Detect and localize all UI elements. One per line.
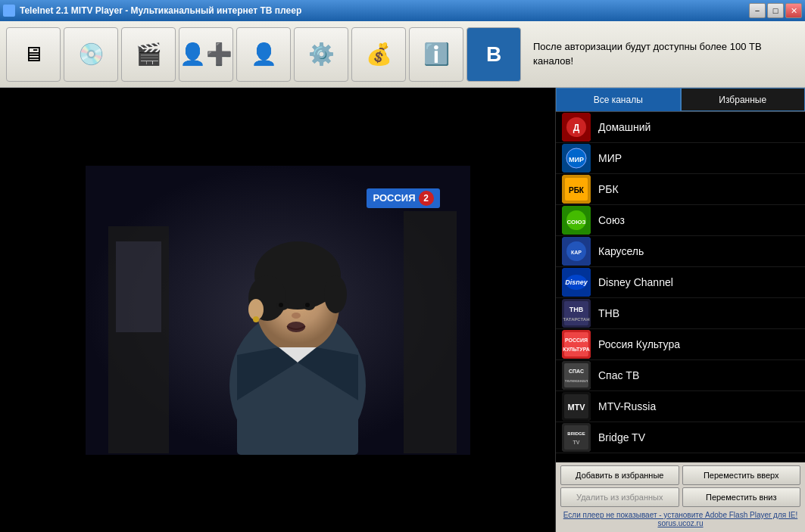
list-item[interactable]: Д Домашний	[556, 112, 805, 143]
channel-name-disney: Disney Channel	[598, 276, 673, 288]
toolbar-video-button[interactable]: 🎬	[121, 27, 176, 82]
channel-name-bridge: Bridge TV	[598, 431, 645, 443]
list-item[interactable]: РБК РБК	[556, 174, 805, 205]
channel-name-rossiya-k: Россия Культура	[598, 338, 680, 350]
toolbar-dvd-button[interactable]: 💿	[64, 27, 118, 82]
svg-point-10	[324, 275, 347, 313]
title-bar-left: TeleInet 2.1 MITV Player - Мультиканальн…	[3, 5, 301, 17]
channel-logo-tnb: ТНВ ТАТАРСТАН	[562, 299, 591, 328]
svg-text:телеканал: телеканал	[565, 378, 588, 383]
toolbar-vk-button[interactable]: В	[466, 27, 521, 82]
main-content: РОССИЯ 2 Все каналы Избранные	[0, 88, 805, 532]
maximize-button[interactable]: □	[767, 3, 784, 18]
list-item[interactable]: СПАС телеканал Спас ТВ	[556, 360, 805, 391]
close-button[interactable]: ✕	[785, 3, 802, 18]
window-title: TeleInet 2.1 MITV Player - Мультиканальн…	[20, 5, 301, 16]
video-svg	[86, 166, 470, 455]
video-icon: 🎬	[136, 44, 162, 65]
move-down-button[interactable]: Переместить вниз	[682, 487, 801, 507]
channel-name-domashny: Домашний	[598, 121, 651, 133]
svg-text:ТАТАРСТАН: ТАТАРСТАН	[563, 317, 590, 322]
svg-rect-43	[564, 332, 588, 356]
bottom-btn-row-1: Добавить в избранные Переместить вверх	[560, 465, 800, 485]
toolbar-settings-button[interactable]: ⚙️	[294, 27, 348, 82]
window-controls: − □ ✕	[749, 3, 802, 18]
channel-name-badge: РОССИЯ	[373, 192, 415, 204]
toolbar-add-user-button[interactable]: 👤➕	[179, 27, 233, 82]
right-panel: Все каналы Избранные Д Домашний	[555, 88, 805, 532]
vk-icon: В	[486, 42, 501, 67]
remove-favorites-button[interactable]: Удалить из избранных	[560, 487, 679, 507]
video-scene: РОССИЯ 2	[86, 166, 470, 455]
channel-logo-soyuz: СОЮЗ	[562, 206, 591, 235]
toolbar: 🖥 💿 🎬 👤➕ 👤 ⚙️ 💰 ℹ️ В После авторизации б…	[0, 21, 805, 88]
payment-icon: 💰	[366, 44, 392, 65]
spas-logo-svg: СПАС телеканал	[562, 361, 591, 390]
channel-name-mtv: MTV-Russia	[598, 400, 656, 412]
channel-name-spas: Спас ТВ	[598, 369, 639, 381]
channel-name-tnb: ТНВ	[598, 307, 619, 319]
rossiya-k-logo-svg: РОССИЯ КУЛЬТУРА	[562, 330, 591, 359]
add-user-icon: 👤➕	[179, 44, 232, 65]
bridge-logo-svg: BRIDGE TV	[562, 423, 591, 452]
karusel-logo-svg: КАР	[562, 237, 591, 266]
list-item[interactable]: МИР МИР	[556, 143, 805, 174]
toolbar-tv-button[interactable]: 🖥	[6, 27, 61, 82]
channel-name-karusel: Карусель	[598, 245, 644, 257]
list-item[interactable]: РОССИЯ КУЛЬТУРА Россия Культура	[556, 329, 805, 360]
mir-logo-svg: МИР	[562, 144, 591, 173]
settings-icon: ⚙️	[308, 44, 335, 65]
minimize-button[interactable]: −	[749, 3, 766, 18]
mtv-logo-svg: MTV	[562, 392, 591, 421]
svg-text:Д: Д	[573, 123, 580, 133]
toolbar-payment-button[interactable]: 💰	[351, 27, 406, 82]
channel-logo-disney: Disney	[562, 268, 591, 297]
app-icon	[3, 5, 15, 17]
channel-name-rbk: РБК	[598, 183, 619, 195]
tv-icon: 🖥	[23, 44, 44, 65]
add-favorites-button[interactable]: Добавить в избранные	[560, 465, 679, 485]
svg-point-15	[292, 313, 301, 319]
channel-logo-domashny: Д	[562, 113, 591, 142]
svg-point-14	[305, 303, 310, 307]
svg-text:TV: TV	[573, 440, 580, 445]
svg-rect-47	[564, 363, 588, 387]
svg-rect-39	[564, 301, 588, 325]
list-item[interactable]: Disney Disney Channel	[556, 267, 805, 298]
svg-text:РБК: РБК	[569, 186, 585, 194]
channel-logo-rossiya-k: РОССИЯ КУЛЬТУРА	[562, 330, 591, 359]
move-up-button[interactable]: Переместить вверх	[682, 465, 801, 485]
channel-number: 2	[419, 191, 434, 206]
svg-text:КАР: КАР	[571, 250, 582, 255]
bottom-btn-row-2: Удалить из избранных Переместить вниз	[560, 487, 800, 507]
disney-logo-svg: Disney	[562, 268, 591, 297]
tab-all-channels[interactable]: Все каналы	[556, 88, 681, 111]
svg-text:Disney: Disney	[565, 278, 588, 286]
domashny-logo-svg: Д	[562, 113, 591, 142]
footer-link[interactable]: Если плеер не показывает - установите Ad…	[560, 509, 800, 529]
rbk-logo-svg: РБК	[562, 175, 591, 204]
soyuz-logo-svg: СОЮЗ	[562, 206, 591, 235]
list-item[interactable]: ТНВ ТАТАРСТАН ТНВ	[556, 298, 805, 329]
tab-favorites[interactable]: Избранные	[681, 88, 806, 111]
info-icon: ℹ️	[423, 44, 450, 65]
tnb-logo-svg: ТНВ ТАТАРСТАН	[562, 299, 591, 328]
list-item[interactable]: СОЮЗ Союз	[556, 205, 805, 236]
channel-badge: РОССИЯ 2	[367, 188, 439, 208]
info-message: После авторизации будут доступны более 1…	[524, 37, 799, 70]
svg-point-12	[279, 303, 283, 307]
toolbar-info-button[interactable]: ℹ️	[409, 27, 463, 82]
dvd-icon: 💿	[78, 44, 105, 65]
title-bar: TeleInet 2.1 MITV Player - Мультиканальн…	[0, 0, 805, 21]
channel-logo-spas: СПАС телеканал	[562, 361, 591, 390]
channel-logo-mtv: MTV	[562, 392, 591, 421]
svg-text:КУЛЬТУРА: КУЛЬТУРА	[563, 347, 590, 352]
channel-logo-bridge: BRIDGE TV	[562, 423, 591, 452]
list-item[interactable]: КАР Карусель	[556, 236, 805, 267]
toolbar-user-button[interactable]: 👤	[236, 27, 291, 82]
list-item[interactable]: MTV MTV-Russia	[556, 391, 805, 422]
video-player[interactable]: РОССИЯ 2	[86, 166, 470, 455]
list-item[interactable]: BRIDGE TV Bridge TV	[556, 422, 805, 453]
channel-list[interactable]: Д Домашний МИР МИР	[556, 112, 805, 462]
video-area: РОССИЯ 2	[0, 88, 555, 532]
